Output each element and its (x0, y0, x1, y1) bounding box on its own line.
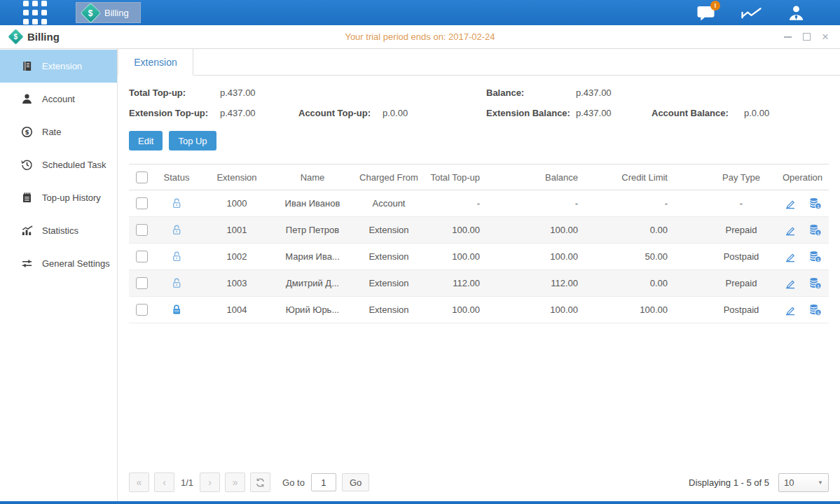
sidebar-item-account[interactable]: Account (0, 83, 117, 115)
close-icon[interactable]: × (820, 32, 830, 42)
app-launcher-icon[interactable] (23, 1, 47, 24)
locked-icon (171, 304, 183, 316)
cell-credit-limit: 0.00 (617, 217, 706, 244)
billing-dollar-icon: $ (7, 28, 24, 45)
sidebar-item-label: Top-up History (42, 192, 101, 203)
top-up-extension-icon[interactable]: $ (808, 277, 822, 289)
column-header-name: Name (275, 164, 350, 190)
row-checkbox[interactable] (136, 197, 148, 209)
sidebar-item-rate[interactable]: $Rate (0, 115, 117, 148)
top-up-button[interactable]: Top Up (169, 131, 216, 150)
sidebar-item-label: Extension (42, 61, 82, 71)
table-row: 1001Петр ПетровExtension100.00100.000.00… (129, 217, 829, 244)
cell-extension: 1001 (199, 217, 275, 244)
statistics-chart-icon[interactable] (741, 4, 762, 22)
cell-charged-from: Extension (350, 297, 427, 323)
sidebar-menu: ExtensionAccount$RateScheduled TaskTop-u… (0, 49, 118, 501)
svg-text:$: $ (816, 257, 819, 262)
summary-value-account-top-up: p.0.00 (383, 108, 486, 118)
extensions-table: StatusExtensionNameCharged FromTotal Top… (129, 164, 829, 323)
window-titlebar: $ Billing Your trial period ends on: 201… (0, 25, 840, 49)
cell-extension: 1000 (199, 190, 275, 217)
edit-extension-icon[interactable] (784, 251, 797, 263)
cell-name: Петр Петров (275, 217, 350, 244)
sidebar-item-top-up-history[interactable]: Top-up History (0, 181, 117, 214)
cell-total-topup: 100.00 (427, 297, 518, 323)
column-header-total-top-up: Total Top-up (427, 164, 518, 190)
summary-label-account-balance: Account Balance: (652, 108, 744, 118)
page-size-select[interactable]: 10 ▼ (778, 473, 829, 492)
row-checkbox[interactable] (136, 251, 148, 262)
select-all-checkbox[interactable] (136, 172, 148, 183)
chevron-down-icon: ▼ (818, 479, 823, 486)
window-title: Billing (27, 31, 60, 43)
edit-extension-icon[interactable] (784, 224, 797, 237)
cell-charged-from: Extension (350, 270, 427, 297)
cell-balance: 100.00 (518, 297, 617, 323)
cell-total-topup: - (427, 190, 518, 217)
cell-credit-limit: - (617, 190, 706, 217)
notification-badge: ! (710, 1, 720, 10)
cell-credit-limit: 100.00 (617, 297, 706, 323)
edit-button[interactable]: Edit (129, 131, 163, 150)
cell-extension: 1003 (199, 270, 275, 297)
cell-name: Иван Иванов (275, 190, 350, 217)
table-header-row: StatusExtensionNameCharged FromTotal Top… (129, 164, 829, 190)
summary-value-extension-balance: p.437.00 (576, 108, 652, 118)
tab-extension[interactable]: Extension (118, 49, 193, 76)
sidebar-item-extension[interactable]: Extension (0, 50, 117, 83)
billing-app-tab-label: Billing (104, 8, 129, 18)
page-size-value: 10 (784, 477, 794, 488)
goto-page-input[interactable] (311, 473, 336, 491)
cell-charged-from: Account (350, 190, 427, 217)
minimize-icon[interactable] (783, 32, 792, 42)
row-checkbox[interactable] (136, 304, 148, 316)
maximize-icon[interactable] (801, 32, 811, 42)
sidebar-item-scheduled-task[interactable]: Scheduled Task (0, 148, 117, 181)
edit-extension-icon[interactable] (784, 304, 797, 316)
table-row: 1000Иван ИвановAccount----$ (129, 190, 829, 217)
top-up-extension-icon[interactable]: $ (808, 197, 822, 209)
svg-text:$: $ (25, 129, 29, 136)
row-checkbox[interactable] (136, 224, 148, 236)
column-header-charged-from: Charged From (350, 164, 427, 190)
clock-history-icon (21, 159, 33, 171)
svg-text:$: $ (816, 284, 819, 288)
column-header-pay-type: Pay Type (706, 164, 776, 190)
prev-page-button[interactable]: ‹ (154, 472, 174, 492)
desktop-edge (0, 501, 840, 504)
window-controls: × (783, 32, 830, 42)
table-row: 1002Мария Ива...Extension100.00100.0050.… (129, 244, 829, 270)
cell-balance: 100.00 (518, 217, 617, 244)
bar-chart-icon (21, 225, 33, 237)
row-checkbox[interactable] (136, 277, 148, 289)
unlocked-icon (171, 197, 183, 209)
sidebar-item-general-settings[interactable]: General Settings (0, 247, 117, 280)
top-up-extension-icon[interactable]: $ (808, 251, 822, 262)
user-profile-icon[interactable] (787, 5, 805, 21)
ledger-icon (21, 60, 33, 72)
first-page-button[interactable]: « (129, 472, 149, 492)
top-up-extension-icon[interactable]: $ (808, 224, 822, 236)
edit-extension-icon[interactable] (784, 197, 797, 210)
dollar-circle-icon: $ (21, 126, 33, 138)
person-icon (21, 93, 33, 105)
cell-name: Дмитрий Д... (275, 270, 350, 297)
sidebar-item-statistics[interactable]: Statistics (0, 214, 117, 247)
last-page-button[interactable]: » (225, 472, 245, 492)
next-page-button[interactable]: › (200, 472, 220, 492)
billing-dollar-icon: $ (81, 2, 102, 23)
unlocked-icon (171, 224, 183, 236)
top-up-extension-icon[interactable]: $ (808, 304, 822, 316)
summary-value-total-top-up: p.437.00 (220, 88, 298, 98)
messages-icon[interactable]: ! (696, 4, 715, 22)
billing-app-tab[interactable]: $ Billing (76, 2, 141, 23)
summary-label-account-top-up: Account Top-up: (298, 108, 383, 118)
cell-name: Юрий Юрь... (275, 297, 350, 323)
edit-extension-icon[interactable] (784, 277, 797, 290)
summary-label-extension-balance: Extension Balance: (486, 108, 576, 118)
cell-balance: 112.00 (518, 270, 617, 297)
refresh-button[interactable] (250, 472, 270, 492)
column-header-extension: Extension (199, 164, 275, 190)
go-button[interactable]: Go (342, 473, 369, 491)
